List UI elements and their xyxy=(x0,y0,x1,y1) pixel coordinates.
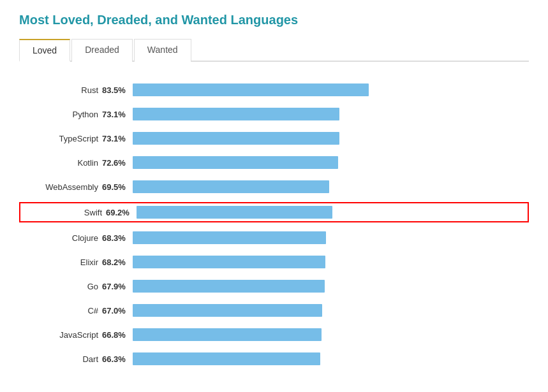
page-title: Most Loved, Dreaded, and Wanted Language… xyxy=(19,13,529,27)
bar xyxy=(133,352,320,365)
lang-label: Elixir xyxy=(19,258,102,267)
bar xyxy=(133,231,326,244)
lang-pct: 83.5% xyxy=(102,85,133,95)
bar xyxy=(133,304,322,317)
chart-row-highlighted: Swift69.2% xyxy=(19,202,529,222)
lang-pct: 67.9% xyxy=(102,282,133,291)
bar xyxy=(133,280,325,293)
lang-label: JavaScript xyxy=(19,330,102,340)
bar-wrapper xyxy=(133,156,529,169)
lang-label: WebAssembly xyxy=(19,182,102,192)
lang-label: Rust xyxy=(19,85,102,95)
bar xyxy=(133,180,329,193)
lang-pct: 68.2% xyxy=(102,258,133,267)
chart-row: C#67.0% xyxy=(19,301,529,319)
chart-row: Kotlin72.6% xyxy=(19,154,529,171)
lang-label: Dart xyxy=(19,354,102,364)
lang-label: C# xyxy=(19,306,102,316)
chart-row: TypeScript73.1% xyxy=(19,129,529,147)
chart-row: Rust83.5% xyxy=(19,81,529,99)
lang-label: TypeScript xyxy=(19,134,102,143)
bar-wrapper xyxy=(133,180,529,193)
chart-row: Elixir68.2% xyxy=(19,253,529,271)
chart-row: Clojure68.3% xyxy=(19,229,529,247)
tab-dreaded[interactable]: Dreaded xyxy=(71,39,133,62)
chart-row: Python73.1% xyxy=(19,105,529,123)
bar-wrapper xyxy=(133,280,529,293)
bar-wrapper xyxy=(133,231,529,244)
bar-wrapper xyxy=(133,304,529,317)
lang-pct: 66.3% xyxy=(102,354,133,364)
lang-pct: 67.0% xyxy=(102,306,133,316)
bar xyxy=(137,206,332,219)
lang-label: Swift xyxy=(23,208,106,217)
bar xyxy=(133,328,322,341)
bar-wrapper xyxy=(133,256,529,268)
bar xyxy=(133,156,338,169)
bar xyxy=(133,132,339,145)
chart-row: JavaScript66.8% xyxy=(19,326,529,344)
tab-wanted[interactable]: Wanted xyxy=(134,39,191,62)
lang-pct: 69.2% xyxy=(106,208,137,217)
chart-container: Rust83.5%Python73.1%TypeScript73.1%Kotli… xyxy=(19,75,529,381)
bar xyxy=(133,256,325,268)
lang-label: Go xyxy=(19,282,102,291)
lang-pct: 66.8% xyxy=(102,330,133,340)
tab-bar: LovedDreadedWanted xyxy=(19,38,529,62)
lang-pct: 73.1% xyxy=(102,110,133,119)
lang-pct: 72.6% xyxy=(102,158,133,168)
bar-wrapper xyxy=(133,328,529,341)
lang-label: Python xyxy=(19,110,102,119)
tab-loved[interactable]: Loved xyxy=(19,39,70,62)
bar-wrapper xyxy=(133,132,529,145)
bar-wrapper xyxy=(133,108,529,120)
bar-wrapper xyxy=(137,206,525,219)
lang-label: Kotlin xyxy=(19,158,102,168)
chart-row: WebAssembly69.5% xyxy=(19,178,529,196)
chart-row: Dart66.3% xyxy=(19,350,529,368)
bar-wrapper xyxy=(133,83,529,96)
lang-pct: 68.3% xyxy=(102,233,133,243)
bar xyxy=(133,108,339,120)
chart-row: Go67.9% xyxy=(19,277,529,295)
lang-pct: 73.1% xyxy=(102,134,133,143)
bar xyxy=(133,83,369,96)
bar-wrapper xyxy=(133,352,529,365)
lang-label: Clojure xyxy=(19,233,102,243)
lang-pct: 69.5% xyxy=(102,182,133,192)
